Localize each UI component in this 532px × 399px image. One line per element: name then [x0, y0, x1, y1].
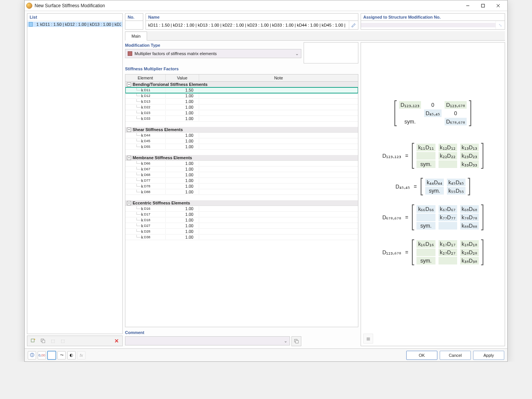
- col-element: Element: [125, 74, 166, 81]
- assigned-input[interactable]: [361, 23, 496, 27]
- grid-group-header[interactable]: −Membrane Stiffness Elements: [125, 155, 358, 161]
- matrix-cell: k₆₈D₆₈: [460, 205, 479, 213]
- cell-value[interactable]: 1.00: [166, 218, 199, 222]
- table-row[interactable]: └─ kD171.00: [125, 212, 358, 217]
- table-row[interactable]: └─ kD131.00: [125, 99, 358, 104]
- cell-value[interactable]: 1.00: [166, 144, 199, 149]
- table-row[interactable]: └─ kD441.00: [125, 133, 358, 138]
- maximize-button[interactable]: [475, 1, 491, 10]
- bb-tree-button[interactable]: ⤳: [57, 351, 66, 359]
- collapse-icon[interactable]: −: [127, 201, 131, 205]
- table-row[interactable]: └─ kD671.00: [125, 166, 358, 172]
- list-item-color: [29, 22, 33, 27]
- collapse-icon[interactable]: −: [127, 82, 131, 87]
- cell-value[interactable]: 1.00: [166, 93, 199, 98]
- table-row[interactable]: └─ kD161.00: [125, 206, 358, 212]
- cell-element: └─ kD45: [125, 139, 166, 143]
- cell-element: └─ kD67: [125, 167, 166, 171]
- table-row[interactable]: └─ kD181.00: [125, 217, 358, 223]
- matrix-cell: [439, 257, 457, 264]
- collapse-icon[interactable]: −: [127, 156, 131, 160]
- svg-rect-1: [481, 4, 484, 7]
- matrix-d123: D₁₂₃,₁₂₃ = k₁₁D₁₁k₁₂D₁₂k₁₃D₁₃k₂₂D₂₂k₂₃D₂…: [382, 143, 483, 169]
- close-button[interactable]: [491, 1, 506, 10]
- comment-pick-button[interactable]: [291, 336, 301, 346]
- apply-button[interactable]: Apply: [473, 351, 504, 360]
- tab-main[interactable]: Main: [125, 32, 147, 41]
- table-row[interactable]: └─ kD121.00: [125, 93, 358, 99]
- cell-value[interactable]: 1.00: [166, 223, 199, 228]
- matrix-cell: sym.: [399, 118, 421, 125]
- cell-value[interactable]: 1.00: [166, 212, 199, 217]
- cancel-button[interactable]: Cancel: [440, 351, 471, 360]
- bottom-bar: ⓘ 0,00 ⤳ ◐ fx OK Cancel Apply: [25, 348, 507, 361]
- cell-value[interactable]: 1.00: [166, 167, 199, 171]
- name-input[interactable]: [146, 23, 349, 27]
- table-row[interactable]: └─ kD771.00: [125, 178, 358, 184]
- cell-element: └─ kD13: [125, 99, 166, 104]
- grid-body[interactable]: −Bending/Torsional Stiffness Elements└─ …: [125, 82, 358, 327]
- ok-button[interactable]: OK: [406, 351, 437, 360]
- cell-value[interactable]: 1.00: [166, 133, 199, 138]
- table-row[interactable]: └─ kD331.00: [125, 116, 358, 122]
- list-item[interactable]: 1 kD11 : 1.50 | kD12 : 1.00 | kD13 : 1.0…: [27, 22, 122, 27]
- cell-value[interactable]: 1.00: [166, 161, 199, 166]
- table-row[interactable]: └─ kD661.00: [125, 161, 358, 166]
- new-item-button[interactable]: [29, 337, 37, 345]
- cell-value[interactable]: 1.00: [166, 173, 199, 177]
- bb-view-button[interactable]: [48, 351, 56, 359]
- pick-assign-button[interactable]: ⤡: [496, 21, 505, 29]
- table-row[interactable]: └─ kD881.00: [125, 189, 358, 195]
- table-row[interactable]: └─ kD231.00: [125, 110, 358, 116]
- matrix-cell: 0: [424, 101, 442, 109]
- bb-help-button[interactable]: ⓘ: [28, 351, 36, 359]
- cell-element: └─ kD11: [125, 88, 166, 92]
- matrix-cell: D₁₂₃,₆₇₈: [445, 101, 467, 109]
- minimize-button[interactable]: [460, 1, 475, 10]
- bb-units-button[interactable]: 0,00: [38, 351, 46, 359]
- collapse-icon[interactable]: −: [127, 128, 131, 132]
- modtype-combo[interactable]: Multiplier factors of stiffness matrix e…: [125, 49, 301, 58]
- cell-value[interactable]: 1.00: [166, 206, 199, 211]
- matrix-cell: [439, 160, 457, 168]
- edit-name-button[interactable]: [349, 21, 358, 29]
- cell-value[interactable]: 1.00: [166, 235, 199, 239]
- table-row[interactable]: └─ kD281.00: [125, 229, 358, 234]
- cell-value[interactable]: 1.00: [166, 178, 199, 183]
- matrix-cell: D₁₂₃,₁₂₃: [399, 101, 421, 109]
- cell-value[interactable]: 1.00: [166, 139, 199, 143]
- grid-group-header[interactable]: −Bending/Torsional Stiffness Elements: [125, 82, 358, 87]
- table-row[interactable]: └─ kD681.00: [125, 172, 358, 178]
- table-row[interactable]: └─ kD451.00: [125, 138, 358, 144]
- copy-item-button[interactable]: [39, 337, 47, 345]
- cell-value[interactable]: 1.50: [166, 88, 199, 92]
- table-row[interactable]: └─ kD221.00: [125, 104, 358, 110]
- matrix-cell: k₁₂D₁₂: [439, 144, 457, 151]
- table-row[interactable]: └─ kD271.00: [125, 223, 358, 229]
- cell-value[interactable]: 1.00: [166, 184, 199, 188]
- comment-preview: [304, 330, 358, 346]
- cell-value[interactable]: 1.00: [166, 116, 199, 121]
- cell-value[interactable]: 1.00: [166, 229, 199, 234]
- cell-value[interactable]: 1.00: [166, 111, 199, 115]
- list-body[interactable]: 1 kD11 : 1.50 | kD12 : 1.00 | kD13 : 1.0…: [27, 21, 122, 334]
- table-row[interactable]: └─ kD781.00: [125, 184, 358, 189]
- bb-misc-button[interactable]: ◐: [67, 351, 76, 359]
- modtype-label: Modification Type: [125, 42, 301, 48]
- cell-value[interactable]: 1.00: [166, 99, 199, 104]
- delete-item-button[interactable]: ✕: [112, 337, 121, 345]
- cell-value[interactable]: 1.00: [166, 190, 199, 194]
- modtype-preview: [304, 42, 358, 63]
- comment-combo[interactable]: ⌄: [125, 336, 290, 345]
- matrix-cell: k₇₇D₇₇: [439, 214, 457, 221]
- matrix-d45: D₄₅,₄₅ = k₄₄D₄₄k₄₅D₄₅sym.k₅₅D₅₅: [396, 178, 470, 195]
- cell-value[interactable]: 1.00: [166, 105, 199, 109]
- matrix-cell: k₁₇D₁₇: [439, 240, 457, 248]
- table-row[interactable]: └─ kD381.00: [125, 234, 358, 240]
- cell-element: └─ kD38: [125, 235, 166, 239]
- table-row[interactable]: └─ kD551.00: [125, 144, 358, 150]
- table-row[interactable]: └─ kD111.50: [125, 87, 358, 93]
- grid-group-header[interactable]: −Shear Stiffness Elements: [125, 127, 358, 133]
- cell-element: └─ kD77: [125, 178, 166, 183]
- grid-group-header[interactable]: −Eccentric Stiffness Elements: [125, 200, 358, 206]
